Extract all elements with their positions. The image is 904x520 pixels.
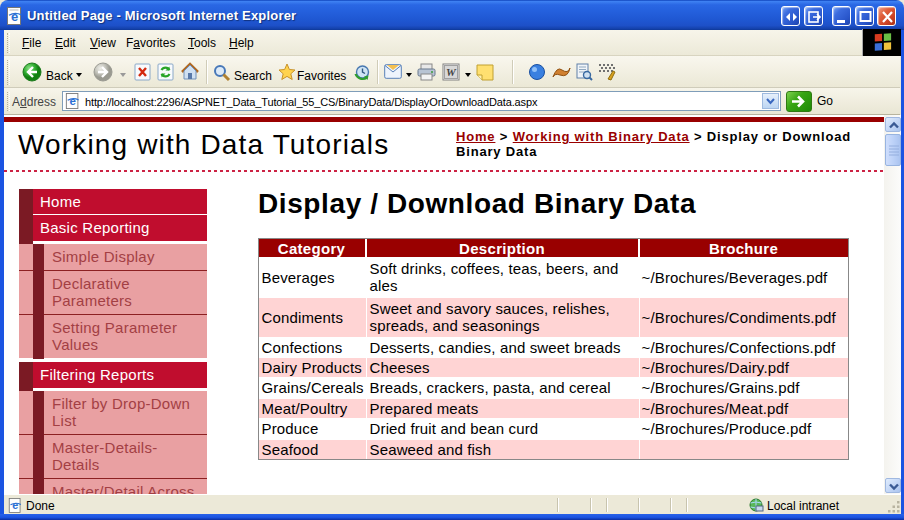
svg-text:e: e [11,9,18,24]
svg-text:W: W [446,66,457,78]
svg-text:e: e [12,499,18,511]
svg-text:e: e [70,95,77,107]
